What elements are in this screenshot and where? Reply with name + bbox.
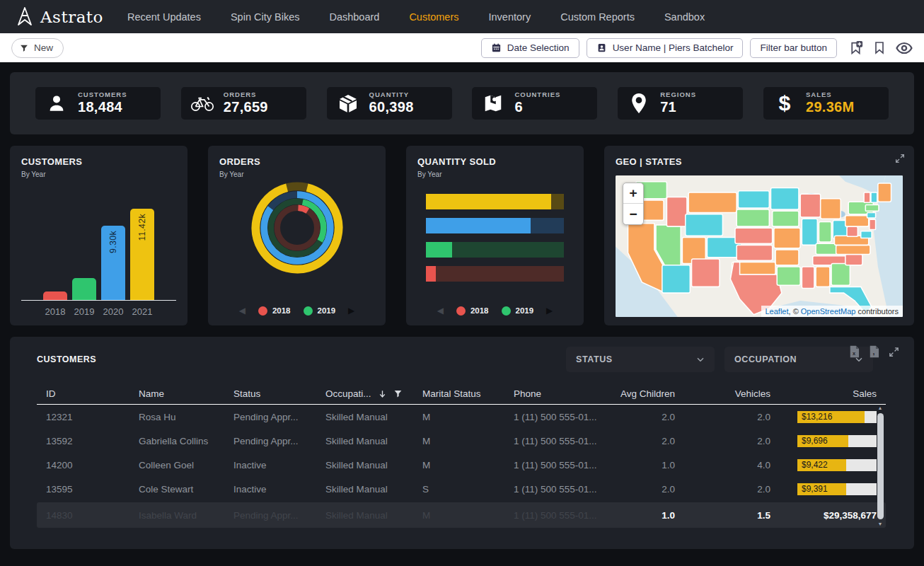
nav-item-recent-updates[interactable]: Recent Updates (127, 11, 201, 23)
person-icon (44, 92, 69, 115)
bar-2021[interactable]: 11.42k (130, 209, 154, 300)
total-sales: $29,358,677 (770, 510, 877, 521)
geo-states-card: GEO | STATES (604, 146, 914, 325)
col-sales[interactable]: Sales (770, 388, 877, 399)
nav-item-sandbox[interactable]: Sandbox (664, 11, 705, 23)
user-button[interactable]: User Name | Piers Batchelor (587, 38, 744, 58)
map-attribution: Leaflet, © OpenStreetMap contributors (761, 306, 903, 317)
svg-text:$: $ (779, 91, 791, 115)
cell-status: Pending Appr... (233, 412, 325, 422)
table-row[interactable]: 12321 Rosa Hu Pending Appr... Skilled Ma… (37, 405, 886, 429)
col-vehicles[interactable]: Vehicles (675, 388, 770, 399)
filter-bar-label: Filter bar button (760, 42, 827, 53)
scroll-down-icon[interactable]: ▼ (878, 521, 883, 528)
quantity-legend: ◀ 2018 2019 ▶ (417, 306, 572, 317)
nav-item-custom-reports[interactable]: Custom Reports (560, 11, 635, 23)
cell-status: Inactive (233, 460, 325, 470)
sort-desc-icon[interactable] (378, 389, 387, 399)
cell-avg-children: 2.0 (601, 436, 675, 446)
bookmark-icon[interactable] (872, 40, 887, 55)
col-name[interactable]: Name (139, 388, 233, 399)
export-excel-icon[interactable]: x (848, 345, 860, 358)
cell-id: 13592 (46, 436, 139, 446)
zoom-out-button[interactable]: − (623, 204, 643, 224)
legend-prev-icon[interactable]: ◀ (437, 306, 444, 316)
customers-bar-chart[interactable]: 9.30k 11.42k 2018 2019 2020 2021 (21, 205, 176, 317)
hbar-2018[interactable] (426, 266, 564, 282)
openstreetmap-link[interactable]: OpenStreetMap (801, 307, 856, 316)
legend-next-icon[interactable]: ▶ (546, 306, 553, 316)
hbar-2019[interactable] (426, 242, 564, 258)
legend-item-2019[interactable]: 2019 (502, 306, 534, 316)
hbar-2020[interactable] (426, 218, 564, 233)
col-phone[interactable]: Phone (514, 388, 601, 399)
eye-icon[interactable] (896, 41, 913, 55)
legend-prev-icon[interactable]: ◀ (239, 306, 246, 316)
new-filter-button[interactable]: New (11, 38, 64, 58)
legend-label: 2019 (318, 306, 336, 315)
bar-2019[interactable] (72, 278, 96, 300)
cell-occupation: Skilled Manual (325, 412, 422, 422)
cell-marital: M (422, 460, 514, 470)
zoom-in-button[interactable]: + (623, 183, 643, 204)
cell-occupation: Skilled Manual (325, 460, 422, 470)
x-axis-ticks: 2018 2019 2020 2021 (21, 306, 176, 317)
col-status[interactable]: Status (233, 388, 325, 399)
chart-subtitle: By Year (417, 171, 572, 178)
kpi-customers: CUSTOMERS18,484 (35, 87, 161, 120)
chart-title: QUANTITY SOLD (417, 156, 572, 167)
bookmark-add-icon[interactable] (848, 40, 863, 55)
top-nav: Astrato Recent Updates Spin City Bikes D… (0, 0, 924, 33)
date-selection-button[interactable]: Date Selection (481, 38, 579, 58)
legend-dot-red (258, 306, 267, 316)
col-avg-children[interactable]: Avg Children (601, 388, 675, 399)
leaflet-link[interactable]: Leaflet (766, 307, 789, 316)
cell-marital: M (422, 436, 514, 446)
legend-next-icon[interactable]: ▶ (348, 306, 354, 316)
nav-item-customers[interactable]: Customers (409, 11, 458, 23)
scrollbar-thumb[interactable] (877, 413, 884, 519)
legend-dot-red (456, 306, 466, 316)
dashboard-content: CUSTOMERS18,484 ORDERS27,659 (0, 62, 924, 549)
filter-funnel-icon[interactable] (393, 389, 403, 398)
brand[interactable]: Astrato (16, 6, 103, 28)
col-marital-status[interactable]: Marital Status (422, 388, 514, 399)
expand-icon[interactable] (888, 346, 900, 358)
cell-occupation: Skilled Manual (325, 436, 422, 446)
export-csv-icon[interactable]: , (868, 345, 880, 358)
table-body: 12321 Rosa Hu Pending Appr... Skilled Ma… (37, 405, 886, 528)
nav-item-spin-city-bikes[interactable]: Spin City Bikes (231, 11, 300, 23)
table-row[interactable]: 13592 Gabriella Collins Pending Appr... … (37, 429, 886, 453)
col-id[interactable]: ID (46, 388, 139, 399)
nav-item-inventory[interactable]: Inventory (489, 11, 531, 23)
table-totals-row: 14830 Isabella Ward Pending Appr... Skil… (37, 502, 886, 528)
hbar-2021[interactable] (426, 194, 564, 209)
status-filter-dropdown[interactable]: STATUS (566, 347, 715, 372)
legend-item-2018[interactable]: 2018 (456, 306, 489, 316)
totals-values: 1.0 1.5 $29,358,677 (37, 502, 886, 528)
attribution-suffix: contributors (855, 307, 899, 316)
legend-item-2019[interactable]: 2019 (304, 306, 336, 316)
bar-2020[interactable]: 9.30k (101, 226, 125, 300)
legend-item-2018[interactable]: 2018 (258, 306, 291, 316)
us-states-map[interactable]: + − Leaflet, © OpenStreetMap contributor… (616, 175, 903, 317)
filter-bar-button[interactable]: Filter bar button (750, 38, 837, 58)
scroll-up-icon[interactable]: ▲ (878, 405, 883, 412)
quantity-bar-chart[interactable] (417, 194, 572, 282)
box-icon (335, 92, 361, 115)
table-row[interactable]: 13595 Cole Stewart Inactive Skilled Manu… (37, 477, 886, 501)
cell-occupation: Skilled Manual (325, 484, 422, 495)
cell-id: 13595 (46, 484, 139, 495)
sales-value: $9,696 (802, 436, 828, 446)
nav-item-dashboard[interactable]: Dashboard (329, 11, 379, 23)
expand-icon[interactable] (894, 153, 906, 164)
col-occupation[interactable]: Occupati... (325, 388, 422, 399)
table-scrollbar[interactable]: ▲ ▼ (876, 405, 884, 528)
kpi-value: 27,659 (224, 99, 268, 115)
cell-sales: $13,216 (770, 411, 877, 423)
kpi-value: 6 (514, 99, 560, 115)
orders-donut-chart[interactable] (250, 181, 344, 275)
bar-2018[interactable] (43, 291, 67, 300)
table-row[interactable]: 14200 Colleen Goel Inactive Skilled Manu… (37, 453, 886, 477)
cell-phone: 1 (11) 500 555-01... (514, 484, 601, 495)
